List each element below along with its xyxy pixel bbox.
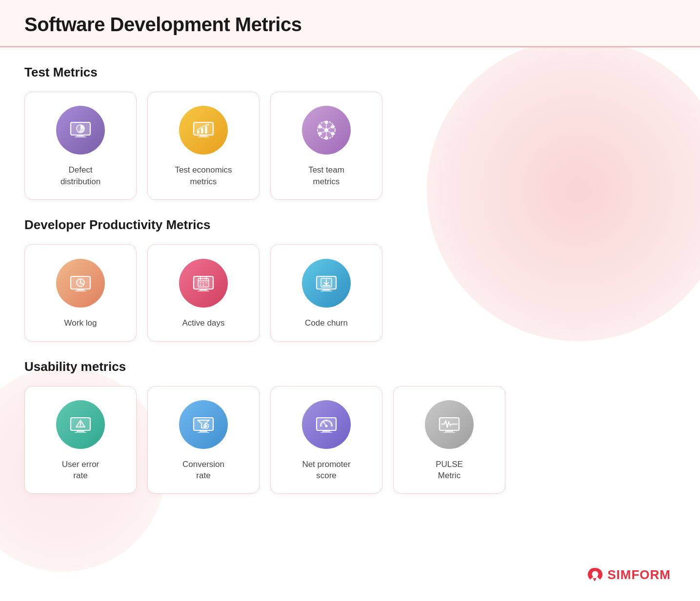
icon-bg-pulse xyxy=(425,400,474,449)
icon-bg-economics xyxy=(179,106,228,155)
section-title-usability: Usability metrics xyxy=(24,359,676,374)
icon-bg-defect xyxy=(56,106,105,155)
svg-rect-6 xyxy=(198,136,209,137)
svg-rect-45 xyxy=(322,289,330,291)
svg-rect-7 xyxy=(197,131,200,134)
svg-rect-61 xyxy=(317,418,336,430)
card-test-team[interactable]: Test teammetrics xyxy=(270,92,382,200)
svg-point-55 xyxy=(80,426,81,427)
section-test-metrics: Test Metrics Defectdistribut xyxy=(24,65,676,200)
monitor-pulse-icon xyxy=(437,412,462,437)
svg-point-37 xyxy=(200,282,201,283)
icon-bg-conversion xyxy=(179,400,228,449)
svg-point-14 xyxy=(331,125,334,129)
card-user-error-rate[interactable]: User errorrate xyxy=(24,386,137,494)
svg-rect-2 xyxy=(75,136,86,137)
card-active-days[interactable]: Active days xyxy=(147,244,260,342)
svg-point-16 xyxy=(325,136,328,140)
svg-point-39 xyxy=(206,282,207,283)
card-work-log[interactable]: Work log xyxy=(24,244,137,342)
icon-bg-activedays xyxy=(179,259,228,308)
simform-logo: SIMFORM xyxy=(586,566,671,583)
card-label-nps: Net promoterscore xyxy=(302,459,350,482)
svg-rect-57 xyxy=(200,430,207,432)
section-usability: Usability metrics User errorrate xyxy=(24,359,676,494)
monitor-gauge-icon xyxy=(314,412,339,437)
svg-rect-1 xyxy=(77,135,84,136)
cards-row-usability: User errorrate Conversionr xyxy=(24,386,676,494)
icon-bg-codechurn xyxy=(302,259,351,308)
svg-rect-9 xyxy=(205,126,207,134)
card-label-worklog: Work log xyxy=(64,317,97,329)
card-label-pulse: PULSEMetric xyxy=(436,459,463,482)
svg-rect-33 xyxy=(200,289,207,291)
svg-point-31 xyxy=(80,282,81,283)
svg-point-15 xyxy=(331,132,334,136)
card-label-activedays: Active days xyxy=(182,317,225,329)
svg-rect-63 xyxy=(320,432,332,433)
section-dev-productivity: Developer Productivity Metrics xyxy=(24,217,676,342)
card-conversion-rate[interactable]: Conversionrate xyxy=(147,386,260,494)
icon-bg-team xyxy=(302,106,351,155)
page-title: Software Development Metrics xyxy=(24,14,676,36)
svg-rect-5 xyxy=(200,135,207,136)
card-label-conversion: Conversionrate xyxy=(182,459,224,482)
icon-bg-usererror xyxy=(56,400,105,449)
monitor-clock-icon xyxy=(68,271,93,296)
card-label-defect: Defectdistribution xyxy=(60,164,100,188)
cards-row-dev: Work log xyxy=(24,244,676,342)
svg-point-65 xyxy=(325,425,328,427)
card-test-economics[interactable]: Test economicsmetrics xyxy=(147,92,260,200)
monitor-alert-icon xyxy=(68,412,93,437)
simform-logo-icon xyxy=(586,566,603,583)
svg-point-41 xyxy=(203,284,204,285)
monitor-calendar-icon xyxy=(191,271,216,296)
svg-rect-71 xyxy=(443,432,455,433)
monitor-chart-icon xyxy=(68,117,93,143)
section-title-test-metrics: Test Metrics xyxy=(24,65,676,80)
team-network-icon xyxy=(314,117,339,143)
card-label-economics: Test economicsmetrics xyxy=(175,164,232,188)
svg-point-17 xyxy=(319,132,322,136)
card-label-team: Test teammetrics xyxy=(308,164,344,188)
svg-rect-8 xyxy=(201,128,203,134)
svg-point-13 xyxy=(325,121,328,124)
card-defect-distribution[interactable]: Defectdistribution xyxy=(24,92,137,200)
svg-rect-62 xyxy=(322,430,330,432)
chart-bar-icon xyxy=(191,117,216,143)
page-content: Test Metrics Defectdistribut xyxy=(0,47,700,536)
svg-point-40 xyxy=(200,284,201,285)
simform-logo-text: SIMFORM xyxy=(607,567,671,582)
card-label-usererror: User errorrate xyxy=(62,459,100,482)
icon-bg-nps xyxy=(302,400,351,449)
card-code-churn[interactable]: Code churn xyxy=(270,244,382,342)
svg-point-60 xyxy=(205,425,207,427)
svg-rect-70 xyxy=(445,430,453,432)
icon-bg-worklog xyxy=(56,259,105,308)
card-pulse-metric[interactable]: PULSEMetric xyxy=(393,386,505,494)
svg-rect-46 xyxy=(320,291,332,291)
svg-rect-52 xyxy=(75,432,86,433)
svg-rect-34 xyxy=(198,291,209,291)
svg-rect-26 xyxy=(77,289,84,291)
svg-point-18 xyxy=(319,125,322,129)
cards-row-test: Defectdistribution xyxy=(24,92,676,200)
monitor-funnel-icon xyxy=(191,412,216,437)
page-header: Software Development Metrics xyxy=(0,0,700,47)
svg-rect-58 xyxy=(198,432,209,433)
monitor-code-icon xyxy=(314,271,339,296)
svg-point-38 xyxy=(203,282,204,283)
svg-rect-27 xyxy=(75,291,86,291)
card-net-promoter[interactable]: Net promoterscore xyxy=(270,386,382,494)
section-title-dev: Developer Productivity Metrics xyxy=(24,217,676,233)
card-label-codechurn: Code churn xyxy=(305,317,348,329)
svg-rect-51 xyxy=(77,430,84,432)
